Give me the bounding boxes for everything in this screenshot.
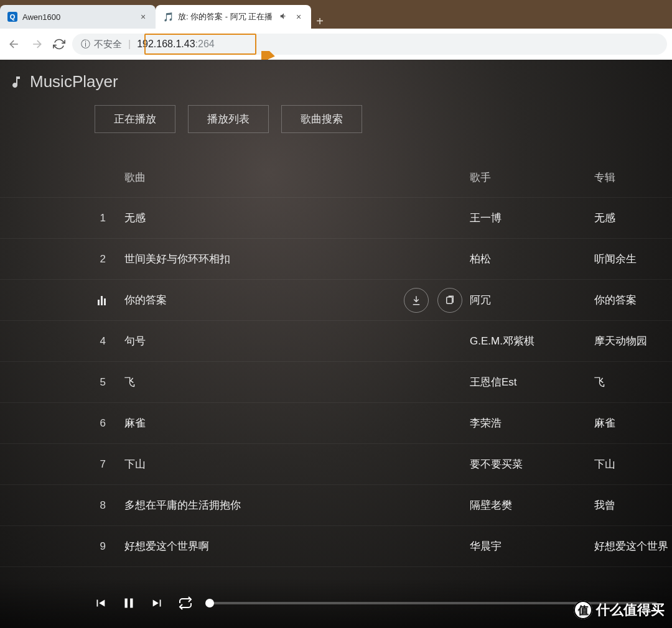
close-icon[interactable]: × (294, 12, 304, 22)
progress-knob[interactable] (205, 599, 214, 607)
track-album: 下山 (594, 457, 672, 471)
tab-title: Awen1600 (22, 12, 133, 22)
music-note-icon (9, 75, 24, 90)
app-header: MusicPlayer (0, 60, 672, 105)
track-title: 麻雀 (124, 416, 401, 430)
track-index: 1 (0, 212, 124, 224)
track-album: 我曾 (594, 498, 672, 512)
track-title: 飞 (124, 375, 401, 389)
nav-reload-button[interactable] (50, 35, 68, 53)
col-album: 专辑 (594, 170, 672, 185)
url-port: :264 (195, 39, 215, 49)
share-button[interactable] (437, 288, 462, 313)
pause-button[interactable] (121, 595, 137, 611)
track-album: 你的答案 (594, 293, 672, 307)
tab-search[interactable]: 歌曲搜索 (281, 105, 362, 133)
track-artist: 隔壁老樊 (470, 498, 594, 512)
tab-music-player[interactable]: 🎵 放: 你的答案 - 阿冗 正在播 × (156, 5, 311, 29)
table-row[interactable]: 1无感王一博无感 (0, 198, 672, 239)
track-index: 7 (0, 458, 124, 471)
track-artist: 李荣浩 (470, 416, 594, 430)
download-button[interactable] (404, 288, 429, 313)
browser-chrome: Q Awen1600 × 🎵 放: 你的答案 - 阿冗 正在播 × + (0, 0, 672, 60)
security-label: 不安全 (94, 39, 122, 50)
track-actions (401, 288, 470, 313)
track-artist: 华晨宇 (470, 539, 594, 553)
svg-rect-2 (447, 297, 452, 303)
table-row[interactable]: 2世间美好与你环环相扣柏松听闻余生 (0, 239, 672, 280)
close-icon[interactable]: × (138, 12, 148, 22)
track-artist: 要不要买菜 (470, 457, 594, 471)
table-row[interactable]: 5飞王恩信Est飞 (0, 362, 672, 403)
tab-awen1600[interactable]: Q Awen1600 × (0, 5, 156, 29)
track-artist: 王恩信Est (470, 375, 594, 389)
tab-strip: Q Awen1600 × 🎵 放: 你的答案 - 阿冗 正在播 × + (0, 0, 672, 29)
view-switcher: 正在播放 播放列表 歌曲搜索 (0, 105, 672, 133)
table-row[interactable]: 9好想爱这个世界啊华晨宇好想爱这个世界 (0, 526, 672, 567)
track-album: 无感 (594, 211, 672, 225)
track-index: 2 (0, 253, 124, 266)
security-indicator[interactable]: ⓘ 不安全 (81, 39, 122, 50)
table-header: 歌曲 歌手 专辑 (0, 158, 672, 198)
music-player-app: MusicPlayer 正在播放 播放列表 歌曲搜索 歌曲 歌手 专辑 1无感王… (0, 60, 672, 628)
track-album: 摩天动物园 (594, 334, 672, 348)
watermark-badge: 值 (574, 601, 592, 619)
separator: | (128, 39, 131, 50)
prev-button[interactable] (93, 596, 107, 610)
table-row[interactable]: 7下山要不要买菜下山 (0, 444, 672, 485)
track-artist: 柏松 (470, 252, 594, 266)
svg-text:🎵: 🎵 (163, 12, 173, 22)
track-album: 听闻余生 (594, 252, 672, 266)
omnibox[interactable]: ⓘ 不安全 | 192.168.1.43:264 (72, 34, 667, 55)
track-index: 6 (0, 417, 124, 430)
table-row[interactable]: 6麻雀李荣浩麻雀 (0, 403, 672, 444)
info-icon: ⓘ (81, 39, 90, 50)
track-album: 好想爱这个世界 (594, 539, 672, 553)
table-row[interactable]: 你的答案阿冗你的答案 (0, 280, 672, 321)
url-text: 192.168.1.43:264 (137, 39, 215, 50)
track-index: 9 (0, 540, 124, 553)
track-title: 你的答案 (124, 293, 401, 307)
audio-playing-icon[interactable] (279, 12, 289, 22)
tab-now-playing[interactable]: 正在播放 (95, 105, 175, 133)
track-title: 世间美好与你环环相扣 (124, 252, 401, 266)
track-album: 麻雀 (594, 416, 672, 430)
track-title: 下山 (124, 457, 401, 471)
track-artist: G.E.M.邓紫棋 (470, 334, 594, 348)
table-row[interactable]: 4句号G.E.M.邓紫棋摩天动物园 (0, 321, 672, 362)
track-index: 5 (0, 376, 124, 389)
app-title: MusicPlayer (30, 72, 118, 91)
col-artist: 歌手 (470, 170, 594, 185)
url-host: 192.168.1.43 (137, 39, 195, 49)
track-title: 句号 (124, 334, 401, 348)
new-tab-button[interactable]: + (311, 14, 329, 29)
watermark: 值 什么值得买 (574, 601, 665, 619)
track-title: 好想爱这个世界啊 (124, 539, 401, 553)
track-album: 飞 (594, 375, 672, 389)
track-title: 多想在平庸的生活拥抱你 (124, 498, 401, 512)
nav-forward-button[interactable] (27, 35, 46, 53)
col-song: 歌曲 (124, 170, 401, 185)
now-playing-icon (0, 295, 124, 305)
track-title: 无感 (124, 211, 401, 225)
track-index: 8 (0, 499, 124, 512)
tab-playlist[interactable]: 播放列表 (188, 105, 269, 133)
track-artist: 阿冗 (470, 293, 594, 307)
loop-button[interactable] (178, 596, 193, 611)
address-bar: ⓘ 不安全 | 192.168.1.43:264 (0, 29, 672, 60)
tab-title: 放: 你的答案 - 阿冗 正在播 (178, 11, 274, 22)
track-table: 歌曲 歌手 专辑 1无感王一博无感2世间美好与你环环相扣柏松听闻余生你的答案阿冗… (0, 158, 672, 567)
nav-back-button[interactable] (5, 35, 24, 53)
table-row[interactable]: 8多想在平庸的生活拥抱你隔壁老樊我曾 (0, 485, 672, 526)
music-favicon: 🎵 (163, 12, 173, 22)
track-index: 4 (0, 335, 124, 348)
watermark-text: 什么值得买 (596, 601, 665, 619)
next-button[interactable] (151, 596, 164, 610)
track-artist: 王一博 (470, 211, 594, 225)
qnap-favicon: Q (7, 12, 17, 22)
player-bar (0, 578, 672, 628)
